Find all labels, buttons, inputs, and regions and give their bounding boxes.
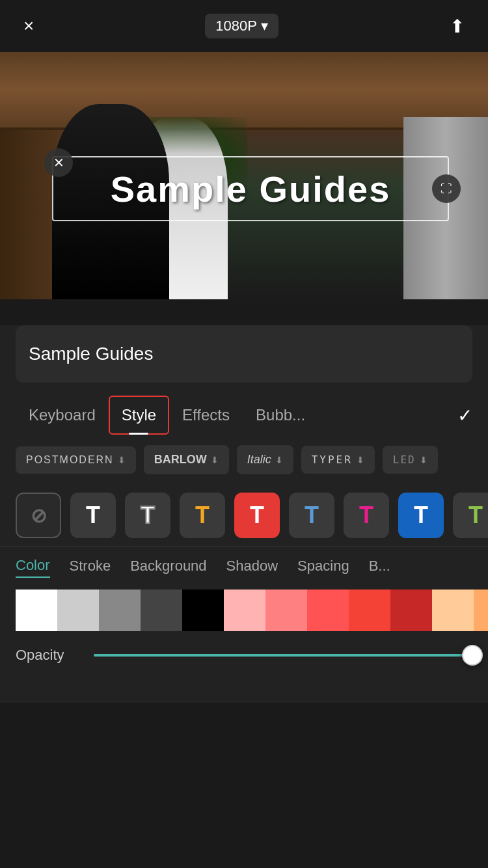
style-outline[interactable]: T xyxy=(125,493,170,538)
swatch-red[interactable] xyxy=(349,590,390,631)
orange-swatches xyxy=(432,590,488,631)
text-input-field[interactable] xyxy=(29,344,459,364)
check-button[interactable]: ✓ xyxy=(457,405,472,426)
color-tab-background[interactable]: Background xyxy=(130,558,206,577)
color-tabs-row: Color Stroke Background Shadow Spacing B… xyxy=(0,546,488,583)
tabs-row: Keyboard Style Effects Bubb... ✓ xyxy=(0,383,488,435)
download-icon-led: ⬇ xyxy=(420,455,427,465)
swatch-darkred[interactable] xyxy=(390,590,432,631)
color-tab-stroke[interactable]: Stroke xyxy=(70,558,111,577)
export-button[interactable]: ⬆ xyxy=(450,16,465,37)
quality-selector[interactable]: 1080P ▾ xyxy=(205,14,278,38)
grayscale-swatches xyxy=(16,590,224,631)
style-green[interactable]: T xyxy=(453,493,488,538)
style-red-bg[interactable]: T xyxy=(234,493,280,538)
tab-keyboard[interactable]: Keyboard xyxy=(16,396,109,435)
font-italic[interactable]: Italic ⬇ xyxy=(237,445,293,474)
style-blue-plain[interactable]: T xyxy=(289,493,334,538)
top-bar: × 1080P ▾ ⬆ xyxy=(0,0,488,52)
style-plain[interactable]: T xyxy=(70,493,116,538)
bottom-panel: Keyboard Style Effects Bubb... ✓ POSTMOD… xyxy=(0,325,488,703)
color-tab-spacing[interactable]: Spacing xyxy=(297,558,349,577)
resize-handle[interactable]: ⛶ xyxy=(432,174,461,203)
font-italic-label: Italic xyxy=(247,453,271,467)
swatch-salmon[interactable] xyxy=(265,590,307,631)
mid-spacer xyxy=(0,299,488,325)
opacity-label: Opacity xyxy=(16,647,81,664)
opacity-row: Opacity xyxy=(0,638,488,673)
swatch-white[interactable] xyxy=(16,590,57,631)
red-swatches xyxy=(224,590,432,631)
swatch-tomato[interactable] xyxy=(307,590,349,631)
font-styles-row: POSTMODERN ⬇ BARLOW ⬇ Italic ⬇ TYPER ⬇ L… xyxy=(0,435,488,485)
text-style-icons-row: ⊘ T T T T T T T T xyxy=(0,485,488,546)
opacity-slider[interactable] xyxy=(94,654,472,657)
color-tab-shadow[interactable]: Shadow xyxy=(226,558,278,577)
tab-bubble[interactable]: Bubb... xyxy=(243,396,318,435)
swatch-pink[interactable] xyxy=(224,590,265,631)
font-barlow-label: BARLOW xyxy=(154,453,207,467)
download-icon-italic: ⬇ xyxy=(275,455,283,465)
style-none[interactable]: ⊘ xyxy=(16,493,61,538)
download-icon-typer: ⬇ xyxy=(357,455,364,465)
tab-style[interactable]: Style xyxy=(109,396,169,435)
color-tab-color[interactable]: Color xyxy=(16,557,50,578)
tab-effects[interactable]: Effects xyxy=(169,396,243,435)
font-postmodern-label: POSTMODERN xyxy=(26,454,114,466)
style-blue-bg[interactable]: T xyxy=(398,493,444,538)
text-close-button[interactable]: ✕ xyxy=(44,148,73,177)
video-preview: ✕ Sample Guides ⛶ xyxy=(0,52,488,299)
chevron-down-icon: ▾ xyxy=(261,18,268,34)
swatch-lightorange[interactable] xyxy=(474,590,488,631)
font-led[interactable]: LED ⬇ xyxy=(383,446,438,474)
swatch-peach[interactable] xyxy=(432,590,474,631)
color-swatches-row xyxy=(0,583,488,638)
style-pink[interactable]: T xyxy=(344,493,389,538)
download-icon-postmodern: ⬇ xyxy=(118,455,126,465)
font-typer-label: TYPER xyxy=(312,454,353,466)
swatch-lightgray[interactable] xyxy=(57,590,99,631)
color-tab-b[interactable]: B... xyxy=(369,558,390,577)
swatch-black[interactable] xyxy=(182,590,224,631)
style-yellow[interactable]: T xyxy=(180,493,225,538)
font-typer[interactable]: TYPER ⬇ xyxy=(301,446,375,474)
text-overlay-content: Sample Guides xyxy=(111,168,391,210)
swatch-medgray[interactable] xyxy=(99,590,141,631)
opacity-thumb[interactable] xyxy=(462,645,483,666)
font-led-label: LED xyxy=(393,454,416,466)
quality-label: 1080P xyxy=(215,18,257,34)
close-button[interactable]: × xyxy=(23,16,34,36)
font-postmodern[interactable]: POSTMODERN ⬇ xyxy=(16,446,136,474)
swatch-darkgray[interactable] xyxy=(141,590,182,631)
text-overlay-box[interactable]: Sample Guides xyxy=(52,156,449,221)
text-input-area[interactable] xyxy=(16,325,472,383)
download-icon-barlow: ⬇ xyxy=(211,455,219,465)
font-barlow[interactable]: BARLOW ⬇ xyxy=(144,445,229,474)
